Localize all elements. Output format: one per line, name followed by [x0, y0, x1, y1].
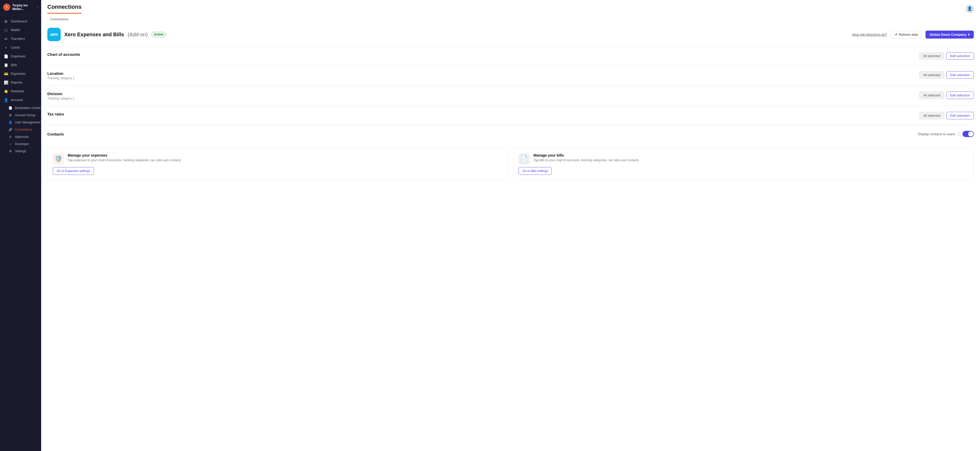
sidebar-item-label: Cards — [11, 46, 20, 49]
toggle-knob — [968, 132, 973, 137]
company-chevron-icon: › — [37, 6, 38, 9]
rewards-icon: ⭐ — [3, 89, 8, 93]
card-top: 📄 Manage your bills Tag bills to your ch… — [519, 153, 969, 165]
refresh-data-button[interactable]: ↺ Refresh data — [891, 30, 922, 38]
sidebar-item-cards[interactable]: ▪ Cards — [0, 43, 41, 52]
card-text: Manage your expenses Tag expenses to you… — [68, 153, 181, 162]
card-top: 🛡️ Manage your expenses Tag expenses to … — [53, 153, 503, 165]
tax-rates-section: Tax rates All selected Edit selection — [47, 106, 974, 125]
sidebar-item-transfers[interactable]: ⇄ Transfers — [0, 35, 41, 43]
section-actions: All selected Edit selection — [919, 112, 974, 119]
division-title: Division — [47, 92, 919, 96]
section-actions: All selected Edit selection — [919, 92, 974, 99]
card-title: Manage your expenses — [68, 153, 181, 157]
division-edit-button[interactable]: Edit selection — [946, 92, 974, 99]
content-area: ‹ Connections xero Xero Expenses and Bil… — [41, 14, 980, 451]
sidebar-item-label: Payments — [11, 72, 26, 76]
display-contacts-label: Display contacts to users — [918, 132, 955, 136]
sidebar-nav: ⊞ Dashboard ◻ Wallet ⇄ Transfers ▪ Cards… — [0, 15, 41, 451]
xero-subtitle: (Add-on) — [127, 32, 148, 38]
sidebar-item-rewards[interactable]: ⭐ Rewards — [0, 87, 41, 96]
sidebar-item-reports[interactable]: 📊 Reports — [0, 78, 41, 87]
all-selected-badge: All selected — [919, 52, 944, 60]
company-avatar: T — [3, 3, 10, 11]
user-avatar[interactable]: 👤 — [966, 5, 974, 13]
company-btn-label: Global Demo Company — [929, 33, 966, 37]
sidebar-item-account[interactable]: 👤 Account — [0, 96, 41, 105]
connections-icon: 🔗 — [8, 128, 12, 132]
sidebar-item-label: Reports — [11, 81, 22, 84]
contacts-right: Display contacts to users ⓘ — [918, 131, 974, 137]
breadcrumb-back-icon: ‹ — [47, 17, 48, 21]
xero-header: xero Xero Expenses and Bills (Add-on) Ac… — [47, 24, 974, 46]
info-icon[interactable]: ⓘ — [957, 132, 961, 136]
section-left: Location Tracking category 1 — [47, 71, 919, 80]
all-selected-badge: All selected — [919, 112, 944, 119]
main-content: Connections 👤 ‹ Connections xero Xero Ex… — [41, 0, 980, 451]
bills-card-icon: 📄 — [519, 153, 530, 165]
sidebar-item-bills[interactable]: 📋 Bills — [0, 61, 41, 70]
topbar: Connections 👤 — [41, 0, 980, 14]
cards-icon: ▪ — [3, 46, 8, 50]
company-selector-button[interactable]: Global Demo Company ▾ — [926, 30, 974, 38]
sidebar-item-label: Expenses — [11, 54, 25, 58]
expenses-card-icon: 🛡️ — [53, 153, 64, 165]
division-subtitle: Tracking category 2 — [47, 97, 919, 100]
section-actions: All selected Edit selection — [919, 71, 974, 79]
sidebar-item-label: Dashboard — [11, 19, 27, 23]
division-section: Division Tracking category 2 All selecte… — [47, 86, 974, 106]
sidebar-item-label: Bills — [11, 63, 17, 67]
sidebar-sub-item-label: Settings — [15, 149, 26, 153]
sidebar-item-account-group[interactable]: ⊞ Account Group — [0, 111, 41, 119]
sidebar-item-payments[interactable]: 💳 Payments — [0, 70, 41, 78]
chart-of-accounts-title: Chart of accounts — [47, 52, 919, 57]
sidebar-item-label: Rewards — [11, 89, 24, 93]
cards-row: 🛡️ Manage your expenses Tag expenses to … — [47, 143, 974, 186]
contacts-title: Contacts — [47, 132, 64, 136]
card-desc: Tag expenses to your chart of accounts, … — [68, 158, 181, 162]
breadcrumb-link[interactable]: Connections — [50, 17, 68, 21]
go-to-expenses-settings-button[interactable]: Go to Expenses settings — [53, 167, 94, 175]
tax-rates-edit-button[interactable]: Edit selection — [946, 112, 974, 119]
all-selected-badge: All selected — [919, 71, 944, 79]
dashboard-icon: ⊞ — [3, 19, 8, 24]
card-text: Manage your bills Tag bills to your char… — [533, 153, 639, 162]
xero-title: Xero Expenses and Bills — [64, 32, 124, 38]
sidebar-sub-item-label: Connections — [15, 128, 32, 132]
location-title: Location — [47, 71, 919, 76]
bills-icon: 📋 — [3, 63, 8, 67]
refresh-icon: ↺ — [895, 33, 897, 37]
sidebar-sub-item-label: Account Group — [15, 113, 35, 117]
page-title: Connections — [47, 3, 81, 14]
display-contacts-toggle[interactable] — [963, 131, 974, 137]
location-edit-button[interactable]: Edit selection — [946, 71, 974, 79]
sidebar-item-expenses[interactable]: 📄 Expenses — [0, 52, 41, 61]
sidebar-item-dashboard[interactable]: ⊞ Dashboard — [0, 17, 41, 26]
reports-icon: 📊 — [3, 81, 8, 84]
sidebar-item-developer[interactable]: ▪ Developer — [0, 140, 41, 148]
account-icon: 👤 — [3, 98, 8, 102]
company-name: Torphy Inc Melbo... — [12, 3, 35, 11]
xero-logo: xero — [47, 28, 61, 41]
location-section: Location Tracking category 1 All selecte… — [47, 65, 974, 86]
xero-logo-text: xero — [50, 32, 58, 37]
sidebar-item-label: Wallet — [11, 28, 20, 32]
sidebar-item-approvals[interactable]: ⊙ Approvals — [0, 133, 41, 140]
xero-actions: what will refreshing do? ↺ Refresh data … — [852, 30, 974, 38]
go-to-bills-settings-button[interactable]: Go to Bills settings — [519, 167, 552, 175]
sidebar-sub-item-label: Approvals — [15, 135, 29, 138]
sidebar-sub-item-label: User Management — [15, 121, 40, 124]
sidebar-item-declaration-center[interactable]: 📄 Declaration Center — [0, 105, 41, 111]
chart-of-accounts-edit-button[interactable]: Edit selection — [946, 52, 974, 60]
sidebar-sub-item-label: Declaration Center — [15, 106, 41, 110]
sidebar-item-connections[interactable]: 🔗 Connections — [0, 126, 41, 133]
section-actions: All selected Edit selection — [919, 52, 974, 60]
sidebar-logo[interactable]: T Torphy Inc Melbo... › — [0, 0, 41, 15]
settings-icon: ⚙ — [8, 149, 12, 153]
developer-icon: ▪ — [8, 142, 12, 146]
sidebar-item-user-management[interactable]: 👤 User Management — [0, 119, 41, 126]
sidebar-item-label: Transfers — [11, 37, 25, 41]
sidebar-item-settings[interactable]: ⚙ Settings — [0, 148, 41, 155]
refresh-link[interactable]: what will refreshing do? — [852, 33, 887, 37]
sidebar-item-wallet[interactable]: ◻ Wallet — [0, 26, 41, 35]
